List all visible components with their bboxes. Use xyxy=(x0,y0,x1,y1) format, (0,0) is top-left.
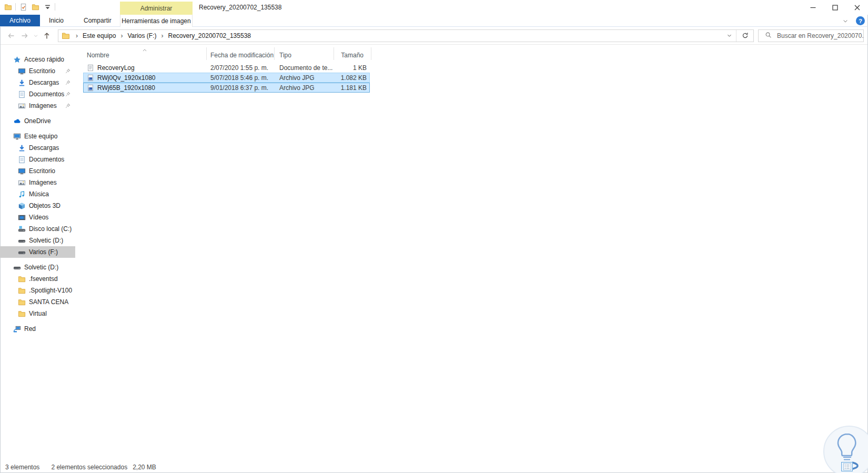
folder-icon[interactable] xyxy=(3,2,13,12)
column-header-fecha[interactable]: Fecha de modificación xyxy=(207,47,275,60)
collapse-ribbon-chevron-icon[interactable] xyxy=(840,16,851,26)
file-name: RWj65B_1920x1080 xyxy=(97,84,155,92)
sidebar-item-imagenes[interactable]: Imágenes xyxy=(0,100,75,112)
large-icons-view-icon[interactable] xyxy=(854,462,865,471)
table-row-rwj65b[interactable]: RWj65B_1920x1080 9/01/2018 6:37 p. m. Ar… xyxy=(83,83,370,93)
up-arrow-icon[interactable] xyxy=(40,29,54,42)
contextual-tab-header[interactable]: Administrar xyxy=(120,2,193,15)
help-icon[interactable]: ? xyxy=(856,16,865,25)
folder-icon[interactable] xyxy=(31,2,40,12)
sidebar-item-escritorio-pc[interactable]: Escritorio xyxy=(0,165,75,177)
file-rows: RecoveryLog 2/07/2020 1:55 p. m. Documen… xyxy=(83,63,868,93)
sidebar-item-red[interactable]: Red xyxy=(0,323,75,335)
tab-compartir[interactable]: Compartir xyxy=(77,15,118,26)
group-onedrive: OneDrive xyxy=(0,115,75,127)
desktop-icon xyxy=(17,67,26,75)
navigation-pane: Acceso rápido Escritorio Descargas Docum… xyxy=(0,45,75,461)
back-arrow-icon[interactable] xyxy=(4,29,18,42)
separator xyxy=(55,3,55,11)
breadcrumb-varios-f[interactable]: Varios (F:) xyxy=(127,32,156,39)
breadcrumb-recovery-folder[interactable]: Recovery_20200702_135538 xyxy=(168,32,251,39)
quick-access-toolbar xyxy=(3,2,55,12)
sidebar-item-fseventsd[interactable]: .fseventsd xyxy=(0,273,75,285)
breadcrumb-separator: › xyxy=(157,32,168,39)
file-date: 9/01/2018 6:37 p. m. xyxy=(207,84,275,92)
sidebar-item-onedrive[interactable]: OneDrive xyxy=(0,115,75,127)
cube-3d-icon xyxy=(17,202,26,210)
history-chevron-icon[interactable] xyxy=(32,29,40,42)
chevron-down-icon[interactable] xyxy=(722,30,736,42)
sidebar-item-descargas-pc[interactable]: Descargas xyxy=(0,142,75,154)
column-header-label: Nombre xyxy=(87,52,109,59)
refresh-icon[interactable] xyxy=(736,30,753,42)
tab-archivo[interactable]: Archivo xyxy=(0,15,40,26)
sidebar-item-spotlight-v100[interactable]: .Spotlight-V100 xyxy=(0,285,75,296)
sidebar-item-solvetic-d-root[interactable]: Solvetic (D:) xyxy=(0,261,75,273)
file-name-cell: RWj0Qv_1920x1080 xyxy=(83,74,207,82)
sidebar-item-label: Varios (F:) xyxy=(29,248,58,256)
sidebar-item-label: SANTA CENA xyxy=(29,298,68,306)
sidebar-item-documentos-pc[interactable]: Documentos xyxy=(0,154,75,165)
column-headers: Nombre Fecha de modificación Tipo Tamaño xyxy=(83,47,868,60)
sidebar-item-disco-local-c[interactable]: Disco local (C:) xyxy=(0,223,75,235)
table-row-rwj0qv[interactable]: RWj0Qv_1920x1080 5/07/2018 5:46 p. m. Ar… xyxy=(83,73,370,83)
window-title: Recovery_20200702_135538 xyxy=(199,4,281,11)
sidebar-item-label: OneDrive xyxy=(24,117,51,125)
sidebar-item-label: Acceso rápido xyxy=(24,56,64,63)
breadcrumb-este-equipo[interactable]: Este equipo xyxy=(83,32,116,39)
pin-icon xyxy=(65,91,71,97)
sidebar-item-label: Imágenes xyxy=(29,102,57,109)
sidebar-item-label: Virtual xyxy=(29,310,47,317)
file-size: 1.181 KB xyxy=(334,84,370,92)
search-icon xyxy=(765,32,772,40)
sidebar-item-descargas[interactable]: Descargas xyxy=(0,77,75,88)
address-bar[interactable]: › Este equipo › Varios (F:) › Recovery_2… xyxy=(58,29,754,42)
sidebar-item-escritorio[interactable]: Escritorio xyxy=(0,65,75,77)
sidebar-item-acceso-rapido[interactable]: Acceso rápido xyxy=(0,54,75,65)
onedrive-icon xyxy=(13,117,21,125)
details-view-icon[interactable] xyxy=(841,462,853,471)
dropdown-caret-icon[interactable] xyxy=(43,2,52,12)
minimize-button[interactable] xyxy=(802,0,824,15)
sidebar-item-santa-cena[interactable]: SANTA CENA xyxy=(0,296,75,308)
sidebar-item-solvetic-d[interactable]: Solvetic (D:) xyxy=(0,235,75,246)
breadcrumb-separator: › xyxy=(116,32,127,39)
sidebar-item-videos[interactable]: Vídeos xyxy=(0,212,75,223)
folder-icon[interactable] xyxy=(62,32,70,40)
column-header-nombre[interactable]: Nombre xyxy=(83,47,207,60)
os-drive-icon xyxy=(17,225,26,233)
file-size: 1.082 KB xyxy=(334,74,370,82)
sidebar-item-varios-f[interactable]: Varios (F:) xyxy=(0,246,75,258)
sidebar-item-este-equipo[interactable]: Este equipo xyxy=(0,130,75,142)
status-bar: 3 elementos 2 elementos seleccionados 2,… xyxy=(0,461,868,473)
search-input[interactable] xyxy=(777,32,863,39)
network-icon xyxy=(13,325,21,333)
pin-icon xyxy=(65,68,71,74)
column-header-tipo[interactable]: Tipo xyxy=(275,47,334,60)
sidebar-item-objetos-3d[interactable]: Objetos 3D xyxy=(0,200,75,212)
tab-herramientas-de-imagen[interactable]: Herramientas de imagen xyxy=(120,15,193,27)
search-box[interactable] xyxy=(758,29,864,42)
view-toggle-buttons xyxy=(841,462,865,471)
file-type: Archivo JPG xyxy=(275,74,334,82)
navigation-bar: › Este equipo › Varios (F:) › Recovery_2… xyxy=(0,27,868,45)
sidebar-item-virtual[interactable]: Virtual xyxy=(0,308,75,319)
forward-arrow-icon[interactable] xyxy=(18,29,32,42)
sidebar-item-documentos[interactable]: Documentos xyxy=(0,88,75,100)
group-solvetic-d: Solvetic (D:) .fseventsd .Spotlight-V100… xyxy=(0,261,75,319)
file-date: 2/07/2020 1:55 p. m. xyxy=(207,64,275,72)
close-button[interactable] xyxy=(846,0,868,15)
window-controls xyxy=(802,0,868,15)
column-header-tamano[interactable]: Tamaño xyxy=(334,47,371,60)
sidebar-item-musica[interactable]: Música xyxy=(0,188,75,200)
sidebar-item-label: Solvetic (D:) xyxy=(29,237,63,244)
pictures-icon xyxy=(17,102,26,110)
table-row-recoverylog[interactable]: RecoveryLog 2/07/2020 1:55 p. m. Documen… xyxy=(83,63,370,73)
sort-ascending-icon xyxy=(142,46,147,54)
tab-inicio[interactable]: Inicio xyxy=(42,15,70,26)
maximize-button[interactable] xyxy=(824,0,846,15)
checked-document-icon[interactable] xyxy=(18,2,28,12)
text-document-icon xyxy=(87,64,94,72)
drive-icon xyxy=(17,236,26,245)
sidebar-item-imagenes-pc[interactable]: Imágenes xyxy=(0,177,75,188)
